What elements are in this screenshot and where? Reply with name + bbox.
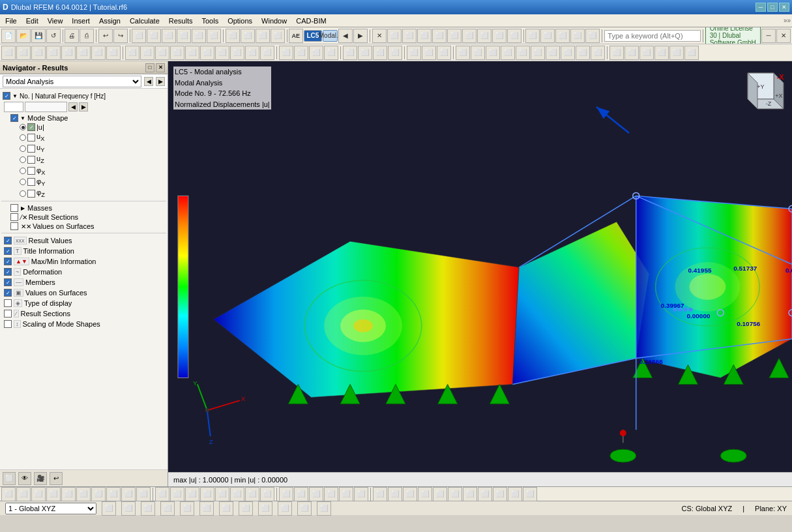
tb-d1[interactable]: ✕	[372, 29, 387, 43]
tb-b4[interactable]: ⬜	[177, 29, 191, 43]
nav-btn-1[interactable]: ⬜	[3, 472, 16, 485]
sb-b2[interactable]: ⬜	[121, 501, 136, 516]
bt-e1[interactable]: ⬜	[373, 487, 387, 501]
tb2-d1[interactable]: ⬜	[343, 46, 357, 60]
nav-freq-triangle[interactable]	[12, 93, 18, 99]
bt-c2[interactable]: ⬜	[170, 487, 184, 501]
nav-phiy[interactable]: φY	[1, 177, 166, 188]
nav-result-sections-upper[interactable]: ∕✕ Result Sections	[1, 213, 166, 222]
mode-shape-checkbox[interactable]	[10, 114, 18, 122]
bt-d5[interactable]: ⬜	[339, 487, 353, 501]
sb-b11[interactable]: ⬜	[297, 501, 312, 516]
nav-result-values[interactable]: xxx Result Values	[1, 235, 166, 246]
bt-c1[interactable]: ⬜	[155, 487, 169, 501]
nav-result-sections-bottom[interactable]: ∕ Result Sections	[1, 308, 166, 319]
restore-button[interactable]: □	[767, 3, 778, 12]
cb-result-sections-upper[interactable]	[10, 213, 18, 221]
tb2-b10[interactable]: ⬜	[260, 46, 274, 60]
cb-phix[interactable]	[27, 167, 35, 175]
bt-e10[interactable]: ⬜	[508, 487, 522, 501]
tb2-a5[interactable]: ⬜	[61, 46, 76, 60]
bt-b7[interactable]: ⬜	[91, 487, 106, 501]
cb-title-info[interactable]	[4, 247, 12, 255]
tb2-f3[interactable]: ⬜	[486, 46, 500, 60]
bt-b9[interactable]: ⬜	[121, 487, 136, 501]
nav-close-button[interactable]: ✕	[156, 63, 165, 72]
cb-phiy[interactable]	[27, 178, 35, 186]
bt-b8[interactable]: ⬜	[106, 487, 121, 501]
nav-freq-checkbox[interactable]	[3, 92, 10, 100]
bt-b10[interactable]: ⬜	[136, 487, 151, 501]
cb-values-surfaces[interactable]	[10, 222, 18, 230]
tb2-f9[interactable]: ⬜	[576, 46, 590, 60]
tb2-c4[interactable]: ⬜	[324, 46, 338, 60]
tb2-c2[interactable]: ⬜	[294, 46, 308, 60]
cb-result-sections-bottom[interactable]	[4, 310, 12, 318]
sb-b12[interactable]: ⬜	[317, 501, 331, 516]
nav-u-abs[interactable]: |u|	[1, 123, 166, 132]
tb2-a7[interactable]: ⬜	[91, 46, 106, 60]
masses-triangle[interactable]	[20, 205, 26, 211]
tb-e3[interactable]: ⬜	[555, 29, 570, 43]
menu-edit[interactable]: Edit	[22, 16, 42, 25]
tb-b3[interactable]: ⬜	[162, 29, 176, 43]
nav-values-surfaces-bottom[interactable]: ▣ Values on Surfaces	[1, 288, 166, 298]
sb-b1[interactable]: ⬜	[102, 501, 116, 516]
menu-insert[interactable]: Insert	[68, 16, 94, 25]
analysis-type-select[interactable]: Modal Analysis	[3, 76, 141, 87]
cb-masses[interactable]	[10, 204, 18, 212]
cb-ux[interactable]	[27, 134, 35, 141]
sb-b7[interactable]: ⬜	[219, 501, 233, 516]
menu-assign[interactable]: Assign	[95, 16, 125, 25]
close-button[interactable]: ✕	[779, 3, 789, 12]
nav-maxmin-info[interactable]: ▲▼ Max/Min Information	[1, 256, 166, 267]
save-button[interactable]: 💾	[31, 29, 46, 43]
tb2-a2[interactable]: ⬜	[16, 46, 31, 60]
bt-e6[interactable]: ⬜	[448, 487, 462, 501]
ae-button[interactable]: AE	[289, 29, 303, 43]
nav-float-button[interactable]: □	[145, 63, 154, 72]
nav-deformation[interactable]: ~ Deformation	[1, 267, 166, 277]
tb-d2[interactable]: ⬜	[387, 29, 402, 43]
bt-d2[interactable]: ⬜	[294, 487, 308, 501]
tb-d5[interactable]: ⬜	[432, 29, 447, 43]
nav-btn-3[interactable]: 🎥	[34, 472, 47, 485]
tb2-f2[interactable]: ⬜	[471, 46, 485, 60]
tb2-g5[interactable]: ⬜	[669, 46, 684, 60]
new-button[interactable]: 📄	[1, 29, 16, 43]
tb2-d4[interactable]: ⬜	[388, 46, 402, 60]
tb-d6[interactable]: ⬜	[447, 29, 462, 43]
bt-e7[interactable]: ⬜	[463, 487, 477, 501]
tb-c2[interactable]: ⬜	[241, 29, 255, 43]
tb2-f10[interactable]: ⬜	[591, 46, 605, 60]
tb-d8[interactable]: ⬜	[477, 29, 491, 43]
tb2-a8[interactable]: ⬜	[106, 46, 121, 60]
tb-c4[interactable]: ⬜	[271, 29, 285, 43]
bt-e11[interactable]: ⬜	[523, 487, 537, 501]
tb2-b8[interactable]: ⬜	[230, 46, 244, 60]
tb2-b2[interactable]: ⬜	[140, 46, 154, 60]
cb-result-values[interactable]	[4, 237, 12, 244]
cb-phiz[interactable]	[27, 190, 35, 198]
bt-b1[interactable]: ⬜	[1, 487, 16, 501]
menu-file[interactable]: File	[1, 16, 21, 25]
tb2-b1[interactable]: ⬜	[125, 46, 139, 60]
cb-members[interactable]	[4, 278, 12, 286]
bt-c7[interactable]: ⬜	[245, 487, 259, 501]
radio-phiy[interactable]	[20, 179, 26, 185]
cb-values-surfaces-bottom[interactable]	[4, 289, 12, 297]
tb-b1[interactable]: ⬜	[132, 29, 146, 43]
nav-masses[interactable]: Masses	[1, 203, 166, 213]
freq-value-input[interactable]: 72.566	[25, 102, 67, 112]
nav-title-info[interactable]: T Title Information	[1, 246, 166, 256]
tb-d3[interactable]: ⬜	[402, 29, 417, 43]
bt-c3[interactable]: ⬜	[185, 487, 199, 501]
cb-u-abs[interactable]	[27, 123, 35, 131]
nav-members[interactable]: — Members	[1, 277, 166, 288]
nav-phix[interactable]: φX	[1, 166, 166, 177]
radio-uz[interactable]	[20, 156, 26, 163]
tb2-a1[interactable]: ⬜	[1, 46, 16, 60]
bt-c6[interactable]: ⬜	[230, 487, 244, 501]
cb-deformation[interactable]	[4, 268, 12, 276]
bt-b4[interactable]: ⬜	[46, 487, 61, 501]
